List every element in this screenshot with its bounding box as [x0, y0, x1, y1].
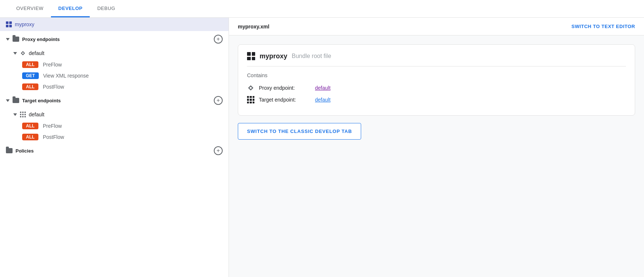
proxy-endpoint-icon — [20, 50, 26, 56]
proxy-endpoints-folder-icon — [13, 37, 19, 42]
card-proxy-name: myproxy — [260, 52, 287, 60]
target-postflow-badge: ALL — [22, 134, 38, 140]
target-endpoint-icon — [20, 112, 26, 117]
proxy-default-arrow — [13, 52, 17, 55]
proxy-endpoint-label-text: Proxy endpoint: — [259, 85, 311, 91]
right-header: myproxy.xml SWITCH TO TEXT EDITOR — [229, 18, 644, 35]
proxy-default-label: default — [29, 50, 44, 56]
policies-label: Policies — [16, 148, 34, 154]
sidebar: myproxy Proxy endpoints + default ALL Pr… — [0, 18, 229, 277]
policies-folder-icon — [6, 148, 13, 153]
right-panel: myproxy.xml SWITCH TO TEXT EDITOR myprox… — [229, 18, 644, 277]
main-layout: myproxy Proxy endpoints + default ALL Pr… — [0, 18, 644, 277]
target-postflow-label: PostFlow — [43, 134, 64, 140]
target-preflow-label: PreFlow — [43, 123, 62, 129]
proxy-get-badge: GET — [22, 72, 39, 79]
target-endpoint-default-link[interactable]: default — [315, 97, 330, 103]
top-nav: OVERVIEW DEVELOP DEBUG — [0, 0, 644, 18]
proxy-name-label: myproxy — [15, 21, 34, 27]
proxy-info-card: myproxy Bundle root file Contains Proxy … — [238, 44, 635, 116]
add-policy-button[interactable]: + — [214, 146, 223, 155]
file-name: myproxy.xml — [238, 24, 269, 30]
proxy-endpoint-default-link[interactable]: default — [315, 85, 330, 91]
switch-classic-develop-tab-button[interactable]: SWITCH TO THE CLASSIC DEVELOP TAB — [238, 123, 361, 140]
proxy-preflow-item[interactable]: ALL PreFlow — [0, 59, 229, 70]
sidebar-item-myproxy[interactable]: myproxy — [0, 18, 229, 31]
target-endpoint-row: Target endpoint: default — [247, 96, 626, 103]
proxy-get-flow-item[interactable]: GET View XML response — [0, 70, 229, 81]
target-default-label: default — [29, 112, 44, 117]
target-endpoints-section[interactable]: Target endpoints + — [0, 92, 229, 109]
proxy-endpoints-label: Proxy endpoints — [22, 37, 60, 42]
target-endpoint-default[interactable]: default — [0, 109, 229, 120]
target-preflow-item[interactable]: ALL PreFlow — [0, 120, 229, 131]
card-title-row: myproxy Bundle root file — [247, 52, 626, 66]
tab-overview[interactable]: OVERVIEW — [9, 0, 51, 17]
tab-debug[interactable]: DEBUG — [90, 0, 123, 17]
target-endpoints-folder-icon — [13, 98, 19, 103]
target-postflow-item[interactable]: ALL PostFlow — [0, 131, 229, 143]
policies-section[interactable]: Policies + — [0, 143, 229, 159]
tab-develop[interactable]: DEVELOP — [51, 0, 90, 17]
card-subtitle: Bundle root file — [292, 53, 331, 59]
proxy-postflow-label: PostFlow — [43, 84, 64, 90]
content-area: myproxy Bundle root file Contains Proxy … — [229, 35, 644, 277]
proxy-postflow-badge: ALL — [22, 83, 38, 90]
proxy-postflow-item[interactable]: ALL PostFlow — [0, 81, 229, 92]
target-endpoints-label: Target endpoints — [22, 98, 61, 103]
add-proxy-endpoint-button[interactable]: + — [214, 35, 223, 44]
switch-to-text-editor-button[interactable]: SWITCH TO TEXT EDITOR — [571, 24, 635, 29]
card-target-endpoint-icon — [247, 96, 254, 103]
card-proxy-icon — [247, 52, 255, 60]
proxy-preflow-badge: ALL — [22, 61, 38, 68]
proxy-endpoints-arrow — [6, 38, 10, 41]
proxy-endpoints-section[interactable]: Proxy endpoints + — [0, 31, 229, 47]
add-target-endpoint-button[interactable]: + — [214, 96, 223, 105]
target-default-arrow — [13, 113, 17, 116]
target-endpoints-arrow — [6, 99, 10, 102]
proxy-endpoint-row: Proxy endpoint: default — [247, 84, 626, 92]
contains-label: Contains — [247, 72, 626, 78]
target-endpoint-label-text: Target endpoint: — [259, 97, 311, 103]
proxy-get-label: View XML response — [43, 73, 89, 79]
proxy-endpoint-default[interactable]: default — [0, 47, 229, 59]
target-preflow-badge: ALL — [22, 123, 38, 129]
card-proxy-endpoint-icon — [247, 84, 254, 92]
proxy-preflow-label: PreFlow — [43, 62, 62, 68]
proxy-icon — [6, 21, 12, 27]
